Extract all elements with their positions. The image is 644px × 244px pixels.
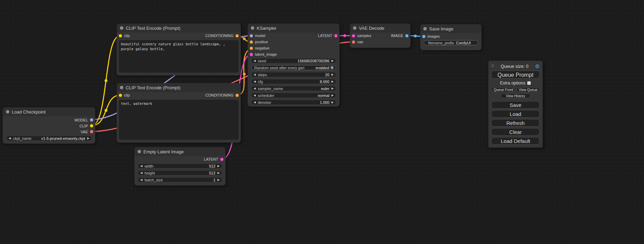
increment-arrow-icon[interactable]: ▶ — [332, 80, 334, 83]
clip-slot-dot-icon[interactable] — [119, 94, 122, 97]
decrement-arrow-icon[interactable]: ◀ — [254, 94, 256, 97]
decrement-arrow-icon[interactable]: ◀ — [254, 73, 256, 76]
refresh-button[interactable]: Refresh — [491, 119, 540, 127]
collapse-dot-icon[interactable] — [353, 26, 356, 30]
widget-width[interactable]: ◀ width 512 ▶ — [138, 163, 222, 169]
widget-sampler-name[interactable]: ◀ sampler_name euler ▶ — [251, 86, 336, 91]
widget-ckpt-name[interactable]: ◀ ckpt_name v1-5-pruned-emaonly.ckpt ▶ — [6, 136, 92, 141]
save-button[interactable]: Save — [491, 101, 540, 109]
conditioning-slot-dot-icon[interactable] — [250, 47, 253, 50]
latent-slot-dot-icon[interactable] — [250, 53, 253, 56]
widget-steps[interactable]: ◀ steps 20 ▶ — [251, 72, 336, 77]
widget-seed[interactable]: ◀ seed 156680208700286 ▶ — [251, 58, 336, 63]
node-title-bar[interactable]: Save Image — [420, 24, 482, 33]
model-slot-dot-icon[interactable] — [250, 34, 253, 37]
vae-slot-dot-icon[interactable] — [90, 130, 93, 133]
input-slot-negative[interactable]: negative — [248, 45, 339, 51]
increment-arrow-icon[interactable]: ▶ — [332, 87, 334, 90]
toggle-knob-icon[interactable] — [330, 66, 334, 69]
node-ksampler[interactable]: KSampler model positive negative latent_… — [248, 24, 339, 107]
widget-random-seed-toggle[interactable]: Random seed after every gen enabled — [251, 65, 336, 70]
node-save-image[interactable]: Save Image images filename_prefix ComfyU… — [420, 24, 482, 50]
decrement-arrow-icon[interactable]: ◀ — [254, 60, 256, 62]
widget-batch-size[interactable]: ◀ batch_size 1 ▶ — [138, 177, 222, 182]
node-vae-decode[interactable]: VAE Decode samples vae IMAGE — [350, 24, 411, 48]
node-empty-latent-image[interactable]: Empty Latent Image LATENT ◀ width 512 ▶ … — [134, 147, 226, 186]
load-button[interactable]: Load — [491, 110, 540, 118]
clear-button[interactable]: Clear — [491, 128, 540, 136]
decrement-arrow-icon[interactable]: ◀ — [140, 165, 142, 168]
decrement-arrow-icon[interactable]: ◀ — [140, 179, 142, 181]
input-slot-vae[interactable]: vae — [350, 39, 411, 45]
node-title-bar[interactable]: Empty Latent Image — [134, 147, 226, 156]
conditioning-slot-dot-icon[interactable] — [250, 40, 253, 44]
input-slot-positive[interactable]: positive — [248, 39, 339, 45]
vae-slot-dot-icon[interactable] — [352, 40, 355, 44]
node-title-bar[interactable]: CLIP Text Encode (Prompt) — [117, 83, 241, 92]
queue-prompt-button[interactable]: Queue Prompt — [491, 71, 540, 79]
widget-cfg[interactable]: ◀ cfg 8.000 ▶ — [251, 79, 336, 84]
latent-slot-dot-icon[interactable] — [352, 34, 355, 37]
increment-arrow-icon[interactable]: ▶ — [218, 172, 220, 174]
widget-height[interactable]: ◀ height 512 ▶ — [138, 170, 222, 175]
output-slot-latent[interactable]: LATENT — [134, 156, 226, 162]
input-slot-clip[interactable]: clip — [119, 34, 130, 38]
latent-slot-dot-icon[interactable] — [220, 158, 223, 161]
node-title-bar[interactable]: CLIP Text Encode (Prompt) — [117, 24, 241, 33]
model-slot-dot-icon[interactable] — [90, 118, 93, 121]
output-slot-image[interactable]: IMAGE — [377, 33, 411, 39]
view-history-button[interactable]: View History — [501, 93, 530, 98]
clip-slot-dot-icon[interactable] — [90, 124, 93, 127]
node-title-bar[interactable]: KSampler — [248, 24, 339, 33]
increment-arrow-icon[interactable]: ▶ — [332, 94, 334, 97]
collapse-dot-icon[interactable] — [6, 110, 9, 114]
node-title-bar[interactable]: VAE Decode — [350, 24, 411, 33]
node-clip-text-encode-positive[interactable]: CLIP Text Encode (Prompt) clip CONDITION… — [117, 24, 241, 75]
collapse-dot-icon[interactable] — [120, 86, 123, 89]
output-slot-model[interactable]: MODEL — [3, 117, 95, 123]
settings-gear-icon[interactable]: ⚙ — [535, 64, 540, 69]
latent-slot-dot-icon[interactable] — [334, 34, 337, 37]
collapse-dot-icon[interactable] — [423, 27, 427, 30]
input-slot-images[interactable]: images — [420, 33, 482, 39]
drag-handle-icon[interactable]: ⠿ — [491, 64, 494, 69]
widget-scheduler[interactable]: ◀ scheduler normal ▶ — [251, 93, 336, 98]
decrement-arrow-icon[interactable]: ◀ — [9, 137, 11, 140]
node-title-bar[interactable]: Load Checkpoint — [3, 107, 95, 116]
collapse-dot-icon[interactable] — [138, 150, 141, 153]
increment-arrow-icon[interactable]: ▶ — [332, 73, 334, 76]
increment-arrow-icon[interactable]: ▶ — [218, 165, 220, 168]
widget-filename-prefix[interactable]: filename_prefix ComfyUI — [424, 40, 478, 45]
output-slot-conditioning[interactable]: CONDITIONING — [205, 93, 239, 97]
increment-arrow-icon[interactable]: ▶ — [87, 137, 89, 140]
output-slot-latent[interactable]: LATENT — [296, 33, 339, 39]
image-slot-dot-icon[interactable] — [422, 35, 425, 38]
load-default-button[interactable]: Load Default — [491, 137, 540, 145]
conditioning-slot-dot-icon[interactable] — [236, 94, 239, 97]
queue-front-button[interactable]: Queue Front — [491, 87, 515, 92]
widget-denoise[interactable]: ◀ denoise 1.000 ▶ — [251, 100, 336, 105]
increment-arrow-icon[interactable]: ▶ — [218, 179, 220, 181]
input-slot-clip[interactable]: clip — [119, 93, 130, 97]
increment-arrow-icon[interactable]: ▶ — [332, 60, 334, 62]
input-slot-latent-image[interactable]: latent_image — [248, 51, 339, 57]
view-queue-button[interactable]: View Queue — [517, 87, 540, 92]
increment-arrow-icon[interactable]: ▶ — [332, 101, 334, 104]
node-clip-text-encode-negative[interactable]: CLIP Text Encode (Prompt) clip CONDITION… — [117, 83, 241, 143]
node-load-checkpoint[interactable]: Load Checkpoint MODEL CLIP VAE ◀ ckpt_na… — [3, 107, 95, 144]
conditioning-slot-dot-icon[interactable] — [236, 34, 239, 37]
prompt-text-input[interactable]: beautiful scenery nature glass bottle la… — [119, 40, 239, 73]
extra-options-checkbox[interactable] — [527, 81, 531, 85]
clip-slot-dot-icon[interactable] — [119, 34, 122, 37]
decrement-arrow-icon[interactable]: ◀ — [140, 172, 142, 174]
decrement-arrow-icon[interactable]: ◀ — [254, 80, 256, 83]
node-graph-canvas[interactable]: Load Checkpoint MODEL CLIP VAE ◀ ckpt_na… — [0, 0, 644, 244]
output-slot-conditioning[interactable]: CONDITIONING — [205, 34, 239, 38]
image-slot-dot-icon[interactable] — [405, 34, 408, 37]
collapse-dot-icon[interactable] — [251, 26, 254, 30]
decrement-arrow-icon[interactable]: ◀ — [254, 87, 256, 90]
prompt-text-input[interactable]: text, watermark — [119, 100, 239, 140]
output-slot-vae[interactable]: VAE — [3, 129, 95, 135]
collapse-dot-icon[interactable] — [120, 26, 123, 30]
decrement-arrow-icon[interactable]: ◀ — [254, 101, 256, 104]
